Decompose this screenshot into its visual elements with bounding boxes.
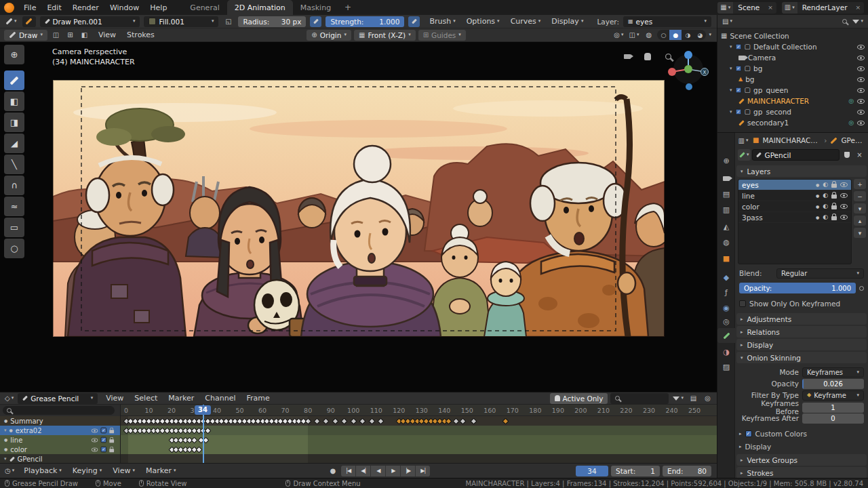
layers-panel-header[interactable]: ▾Layers <box>736 165 867 177</box>
viewport-menu-view[interactable]: View <box>93 30 121 39</box>
breadcrumb-object[interactable]: MAINCHARACTER <box>763 136 821 144</box>
shading-rendered-button[interactable]: ◕ <box>694 30 706 40</box>
strength-slider[interactable]: Strength:1.000 <box>326 16 404 27</box>
snap-menu-icon[interactable]: ▤ <box>688 393 699 404</box>
frame-end-field[interactable]: End:80 <box>663 466 711 476</box>
filter-button[interactable]: ▾ <box>851 16 865 27</box>
mute-checkbox[interactable]: ✓ <box>101 447 107 453</box>
zoom-gizmo-dot[interactable] <box>686 83 692 90</box>
outliner-row-default-collection[interactable]: ▾✓▢Default Collection <box>717 41 868 52</box>
hide-eye-icon[interactable] <box>92 438 98 442</box>
shading-solid-button[interactable]: ● <box>669 30 682 40</box>
stroke-placement-dropdown[interactable]: ⊕Origin▾ <box>307 30 351 41</box>
keyframe-dot-button[interactable] <box>859 286 864 291</box>
dopesheet-menu-select[interactable]: Select <box>129 394 163 403</box>
lock-icon[interactable] <box>109 449 114 452</box>
mask-icon[interactable]: ◐ <box>823 182 828 188</box>
properties-tab-physics[interactable]: ◉ <box>717 300 735 315</box>
tool-line-button[interactable]: ╲ <box>4 155 24 174</box>
add-layer-button[interactable]: + <box>854 179 866 189</box>
properties-tab-render[interactable] <box>717 171 735 186</box>
hide-eye-icon[interactable] <box>92 447 98 451</box>
properties-tab-constraints[interactable]: ◎ <box>717 314 735 329</box>
hide-eye-icon[interactable] <box>857 88 865 93</box>
lock-icon[interactable] <box>109 430 114 433</box>
outliner-row-secondary1[interactable]: secondary1◎ <box>717 117 868 128</box>
auto-keying-toggle[interactable]: ● <box>327 466 338 476</box>
shading-material-button[interactable]: ◑ <box>682 30 694 40</box>
lock-icon[interactable] <box>831 205 837 209</box>
topbar-menu-edit[interactable]: Edit <box>41 3 66 12</box>
properties-tab-object[interactable]: ■ <box>717 251 735 266</box>
outliner-row-scene-collection[interactable]: ▦Scene Collection <box>717 30 868 41</box>
viewport-menu-strokes[interactable]: Strokes <box>121 30 160 39</box>
layer-row-3pass[interactable]: 3pass ● ◐ <box>738 212 851 223</box>
hide-eye-icon[interactable] <box>840 182 848 187</box>
layer-row-eyes[interactable]: eyes ● ◐ <box>738 180 851 190</box>
viewport[interactable]: Camera Perspective (34) MAINCHARACTER ⊕◧… <box>0 42 717 392</box>
adjustments-panel-header[interactable]: ▸Adjustments <box>736 313 867 325</box>
hide-eye-icon[interactable] <box>840 204 848 209</box>
strength-pressure-button[interactable] <box>408 16 420 27</box>
next-keyframe-button[interactable]: |▶ <box>401 466 415 476</box>
drawing-plane-dropdown[interactable]: ▦Front (X-Z)▾ <box>354 30 416 41</box>
layer-specials-button[interactable]: ▾ <box>854 203 866 214</box>
collection-checkbox[interactable]: ✓ <box>735 109 741 115</box>
expand-icon[interactable]: ▾ <box>730 66 732 71</box>
keyframes-before-field[interactable]: 1 <box>802 403 864 413</box>
layer-row-color[interactable]: color ● ◐ <box>738 201 851 212</box>
hide-eye-icon[interactable] <box>92 428 98 432</box>
dopesheet-menu-channel[interactable]: Channel <box>199 394 241 403</box>
properties-tab-modifiers[interactable]: ◆ <box>717 270 735 285</box>
channel-line[interactable]: ●line ✓ <box>0 435 120 445</box>
lock-icon[interactable] <box>831 184 837 188</box>
collection-checkbox[interactable]: ✓ <box>735 87 741 94</box>
hide-eye-icon[interactable] <box>840 193 848 198</box>
editor-type-button[interactable]: ◷▾ <box>3 466 16 476</box>
outliner-row-camera[interactable]: Camera <box>717 52 868 63</box>
hide-eye-icon[interactable] <box>857 110 865 115</box>
blend-dropdown[interactable]: Regular▾ <box>776 268 864 279</box>
mask-icon[interactable]: ◐ <box>823 203 828 209</box>
onion-display-row[interactable]: ▸ Display <box>739 441 864 452</box>
mask-icon[interactable]: ◐ <box>823 192 828 199</box>
properties-editor-type-button[interactable]: ▥▾ <box>737 135 749 146</box>
view-layer-icon[interactable]: ▥▾ <box>782 2 797 14</box>
toolsettings-menu-curves[interactable]: Curves▾ <box>505 17 547 26</box>
expand-icon[interactable]: ▾ <box>4 456 7 462</box>
dopesheet-menu-view[interactable]: View <box>100 394 129 403</box>
fake-user-button[interactable] <box>841 150 852 161</box>
keyframe-area[interactable]: 0102030405060708090100110120130140150160… <box>121 405 717 464</box>
hide-eye-icon[interactable] <box>857 99 865 104</box>
collection-checkbox[interactable]: ✓ <box>735 66 741 72</box>
onion-filter-dropdown[interactable]: ◆Keyframe▾ <box>802 390 864 401</box>
unlink-button[interactable]: × <box>854 150 865 161</box>
timeline-menu-marker[interactable]: Marker▾ <box>140 466 182 475</box>
mute-checkbox[interactable]: ✓ <box>101 437 107 443</box>
browse-gpencil-button[interactable]: ▾ <box>738 149 751 161</box>
strokes-panel-header[interactable]: ▸Strokes <box>736 467 867 479</box>
timeline-menu-keying[interactable]: Keying▾ <box>67 466 107 475</box>
properties-tab-output[interactable]: ▤ <box>717 186 735 201</box>
outliner-row-maincharacter[interactable]: MAINCHARACTER◎ <box>717 96 868 106</box>
gizmos-dropdown[interactable]: ◎▾ <box>612 30 625 41</box>
tool-draw-button[interactable] <box>4 70 24 90</box>
lock-icon[interactable] <box>831 216 837 220</box>
overlays-dropdown[interactable]: ◫▾ <box>628 30 641 41</box>
previous-keyframe-button[interactable]: ◀| <box>356 466 370 476</box>
custom-colors-checkbox[interactable]: ✓ <box>745 430 752 437</box>
hide-eye-icon[interactable] <box>857 66 865 71</box>
tool-cursor-button[interactable]: ⊕ <box>4 45 24 64</box>
tool-fill-button[interactable]: ◧ <box>4 92 24 111</box>
lock-icon[interactable] <box>831 195 837 199</box>
current-frame-badge[interactable]: 34 <box>195 405 211 415</box>
view-layer-selector[interactable]: ▥▾ RenderLayer × <box>782 2 864 14</box>
datablock-name-field[interactable]: GPencil <box>752 149 840 161</box>
outliner-row-gp-second[interactable]: ▾✓▢gp_second <box>717 106 868 117</box>
multiframe-toggle[interactable]: ◫ <box>50 30 62 41</box>
workspace-tab-masking[interactable]: Masking <box>293 0 338 15</box>
scene-selector[interactable]: ▦▾ Scene × <box>717 2 776 14</box>
blender-logo-icon[interactable] <box>4 3 14 13</box>
search-icon[interactable] <box>842 19 847 24</box>
brush-name-dropdown[interactable]: Draw Pen.001▾ <box>40 16 140 27</box>
